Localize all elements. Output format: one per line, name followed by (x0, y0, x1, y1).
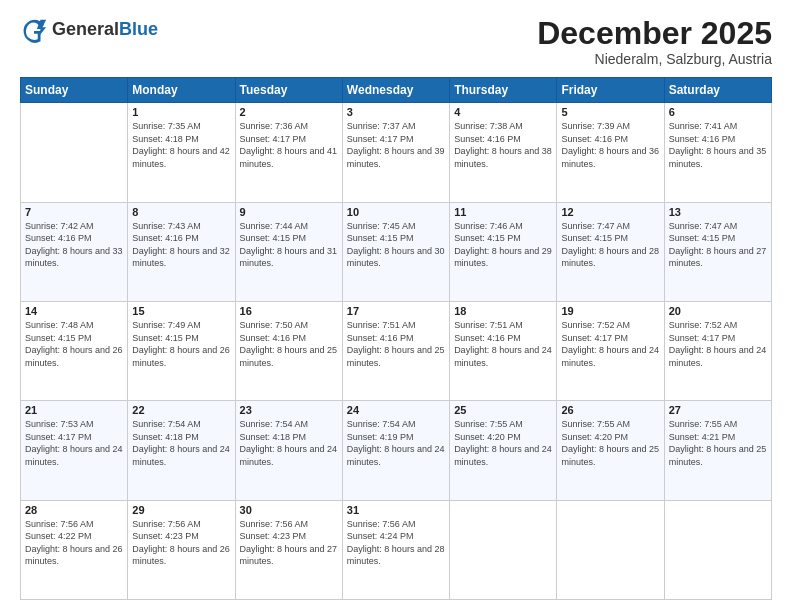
col-header-tuesday: Tuesday (235, 78, 342, 103)
day-number: 13 (669, 206, 767, 218)
col-header-friday: Friday (557, 78, 664, 103)
calendar-cell: 18Sunrise: 7:51 AMSunset: 4:16 PMDayligh… (450, 301, 557, 400)
calendar-week-3: 14Sunrise: 7:48 AMSunset: 4:15 PMDayligh… (21, 301, 772, 400)
day-number: 20 (669, 305, 767, 317)
day-info: Sunrise: 7:35 AMSunset: 4:18 PMDaylight:… (132, 120, 230, 170)
day-number: 25 (454, 404, 552, 416)
calendar-cell: 4Sunrise: 7:38 AMSunset: 4:16 PMDaylight… (450, 103, 557, 202)
col-header-wednesday: Wednesday (342, 78, 449, 103)
logo-general: General (52, 20, 119, 40)
calendar-table: SundayMondayTuesdayWednesdayThursdayFrid… (20, 77, 772, 600)
location-subtitle: Niederalm, Salzburg, Austria (537, 51, 772, 67)
calendar-cell: 30Sunrise: 7:56 AMSunset: 4:23 PMDayligh… (235, 500, 342, 599)
day-info: Sunrise: 7:41 AMSunset: 4:16 PMDaylight:… (669, 120, 767, 170)
col-header-thursday: Thursday (450, 78, 557, 103)
day-info: Sunrise: 7:56 AMSunset: 4:24 PMDaylight:… (347, 518, 445, 568)
day-number: 12 (561, 206, 659, 218)
calendar-cell: 26Sunrise: 7:55 AMSunset: 4:20 PMDayligh… (557, 401, 664, 500)
day-number: 29 (132, 504, 230, 516)
header: GeneralBlue December 2025 Niederalm, Sal… (20, 16, 772, 67)
calendar-week-5: 28Sunrise: 7:56 AMSunset: 4:22 PMDayligh… (21, 500, 772, 599)
calendar-cell: 7Sunrise: 7:42 AMSunset: 4:16 PMDaylight… (21, 202, 128, 301)
calendar-cell: 22Sunrise: 7:54 AMSunset: 4:18 PMDayligh… (128, 401, 235, 500)
day-number: 15 (132, 305, 230, 317)
day-number: 31 (347, 504, 445, 516)
calendar-cell: 20Sunrise: 7:52 AMSunset: 4:17 PMDayligh… (664, 301, 771, 400)
calendar-cell: 19Sunrise: 7:52 AMSunset: 4:17 PMDayligh… (557, 301, 664, 400)
day-number: 28 (25, 504, 123, 516)
day-info: Sunrise: 7:47 AMSunset: 4:15 PMDaylight:… (669, 220, 767, 270)
day-info: Sunrise: 7:45 AMSunset: 4:15 PMDaylight:… (347, 220, 445, 270)
logo-icon (20, 16, 48, 44)
col-header-saturday: Saturday (664, 78, 771, 103)
day-info: Sunrise: 7:56 AMSunset: 4:23 PMDaylight:… (240, 518, 338, 568)
calendar-cell (664, 500, 771, 599)
title-block: December 2025 Niederalm, Salzburg, Austr… (537, 16, 772, 67)
calendar-page: GeneralBlue December 2025 Niederalm, Sal… (0, 0, 792, 612)
col-header-sunday: Sunday (21, 78, 128, 103)
day-info: Sunrise: 7:52 AMSunset: 4:17 PMDaylight:… (669, 319, 767, 369)
calendar-cell: 3Sunrise: 7:37 AMSunset: 4:17 PMDaylight… (342, 103, 449, 202)
day-info: Sunrise: 7:56 AMSunset: 4:23 PMDaylight:… (132, 518, 230, 568)
calendar-week-2: 7Sunrise: 7:42 AMSunset: 4:16 PMDaylight… (21, 202, 772, 301)
day-info: Sunrise: 7:51 AMSunset: 4:16 PMDaylight:… (347, 319, 445, 369)
calendar-cell: 23Sunrise: 7:54 AMSunset: 4:18 PMDayligh… (235, 401, 342, 500)
day-info: Sunrise: 7:37 AMSunset: 4:17 PMDaylight:… (347, 120, 445, 170)
day-info: Sunrise: 7:55 AMSunset: 4:20 PMDaylight:… (454, 418, 552, 468)
day-number: 7 (25, 206, 123, 218)
header-row: SundayMondayTuesdayWednesdayThursdayFrid… (21, 78, 772, 103)
calendar-cell: 6Sunrise: 7:41 AMSunset: 4:16 PMDaylight… (664, 103, 771, 202)
calendar-cell: 1Sunrise: 7:35 AMSunset: 4:18 PMDaylight… (128, 103, 235, 202)
logo-blue: Blue (119, 20, 158, 40)
day-number: 10 (347, 206, 445, 218)
day-number: 1 (132, 106, 230, 118)
day-number: 2 (240, 106, 338, 118)
day-number: 21 (25, 404, 123, 416)
day-number: 9 (240, 206, 338, 218)
calendar-cell: 12Sunrise: 7:47 AMSunset: 4:15 PMDayligh… (557, 202, 664, 301)
calendar-cell: 24Sunrise: 7:54 AMSunset: 4:19 PMDayligh… (342, 401, 449, 500)
day-number: 4 (454, 106, 552, 118)
calendar-cell: 15Sunrise: 7:49 AMSunset: 4:15 PMDayligh… (128, 301, 235, 400)
calendar-cell (21, 103, 128, 202)
calendar-cell: 11Sunrise: 7:46 AMSunset: 4:15 PMDayligh… (450, 202, 557, 301)
day-number: 26 (561, 404, 659, 416)
calendar-cell: 14Sunrise: 7:48 AMSunset: 4:15 PMDayligh… (21, 301, 128, 400)
day-info: Sunrise: 7:52 AMSunset: 4:17 PMDaylight:… (561, 319, 659, 369)
calendar-cell: 29Sunrise: 7:56 AMSunset: 4:23 PMDayligh… (128, 500, 235, 599)
day-info: Sunrise: 7:46 AMSunset: 4:15 PMDaylight:… (454, 220, 552, 270)
calendar-cell: 8Sunrise: 7:43 AMSunset: 4:16 PMDaylight… (128, 202, 235, 301)
day-info: Sunrise: 7:36 AMSunset: 4:17 PMDaylight:… (240, 120, 338, 170)
calendar-cell: 25Sunrise: 7:55 AMSunset: 4:20 PMDayligh… (450, 401, 557, 500)
day-number: 17 (347, 305, 445, 317)
day-info: Sunrise: 7:38 AMSunset: 4:16 PMDaylight:… (454, 120, 552, 170)
calendar-cell: 10Sunrise: 7:45 AMSunset: 4:15 PMDayligh… (342, 202, 449, 301)
day-number: 6 (669, 106, 767, 118)
day-number: 5 (561, 106, 659, 118)
calendar-cell (450, 500, 557, 599)
day-number: 18 (454, 305, 552, 317)
day-info: Sunrise: 7:42 AMSunset: 4:16 PMDaylight:… (25, 220, 123, 270)
day-info: Sunrise: 7:44 AMSunset: 4:15 PMDaylight:… (240, 220, 338, 270)
logo-text: GeneralBlue (52, 20, 158, 40)
day-info: Sunrise: 7:43 AMSunset: 4:16 PMDaylight:… (132, 220, 230, 270)
day-info: Sunrise: 7:54 AMSunset: 4:19 PMDaylight:… (347, 418, 445, 468)
calendar-cell: 28Sunrise: 7:56 AMSunset: 4:22 PMDayligh… (21, 500, 128, 599)
day-number: 24 (347, 404, 445, 416)
calendar-cell: 5Sunrise: 7:39 AMSunset: 4:16 PMDaylight… (557, 103, 664, 202)
calendar-cell: 31Sunrise: 7:56 AMSunset: 4:24 PMDayligh… (342, 500, 449, 599)
calendar-week-4: 21Sunrise: 7:53 AMSunset: 4:17 PMDayligh… (21, 401, 772, 500)
day-number: 3 (347, 106, 445, 118)
day-number: 27 (669, 404, 767, 416)
day-number: 19 (561, 305, 659, 317)
calendar-cell: 2Sunrise: 7:36 AMSunset: 4:17 PMDaylight… (235, 103, 342, 202)
day-info: Sunrise: 7:51 AMSunset: 4:16 PMDaylight:… (454, 319, 552, 369)
calendar-cell: 27Sunrise: 7:55 AMSunset: 4:21 PMDayligh… (664, 401, 771, 500)
day-info: Sunrise: 7:48 AMSunset: 4:15 PMDaylight:… (25, 319, 123, 369)
day-info: Sunrise: 7:56 AMSunset: 4:22 PMDaylight:… (25, 518, 123, 568)
day-info: Sunrise: 7:47 AMSunset: 4:15 PMDaylight:… (561, 220, 659, 270)
day-number: 8 (132, 206, 230, 218)
col-header-monday: Monday (128, 78, 235, 103)
day-info: Sunrise: 7:50 AMSunset: 4:16 PMDaylight:… (240, 319, 338, 369)
logo: GeneralBlue (20, 16, 158, 44)
